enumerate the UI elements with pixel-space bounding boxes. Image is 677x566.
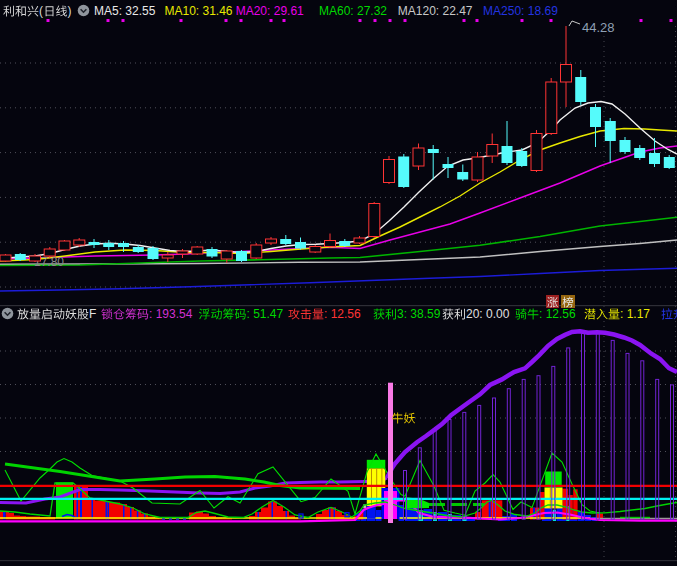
svg-text:MA120: 22.47: MA120: 22.47 bbox=[398, 4, 473, 18]
svg-text:(: ( bbox=[39, 4, 43, 18]
svg-text:: 51.47: : 51.47 bbox=[247, 307, 284, 321]
svg-text:3: 38.59: 3: 38.59 bbox=[397, 307, 441, 321]
svg-text:): ) bbox=[68, 4, 72, 18]
svg-text:MA10: 31.46: MA10: 31.46 bbox=[165, 4, 233, 18]
svg-text:MA5: 32.55: MA5: 32.55 bbox=[94, 4, 156, 18]
svg-text:F: F bbox=[89, 307, 96, 321]
svg-text:20: 0.00: 20: 0.00 bbox=[466, 307, 510, 321]
svg-text:: 1.17: : 1.17 bbox=[620, 307, 650, 321]
svg-text:MA250: 18.69: MA250: 18.69 bbox=[483, 4, 558, 18]
svg-text:44.28: 44.28 bbox=[582, 20, 615, 35]
svg-text:: 12.56: : 12.56 bbox=[539, 307, 576, 321]
svg-text:: 12.56: : 12.56 bbox=[324, 307, 361, 321]
svg-text:MA20: 29.61: MA20: 29.61 bbox=[236, 4, 304, 18]
svg-text:: 193.54: : 193.54 bbox=[149, 307, 193, 321]
svg-text:MA60: 27.32: MA60: 27.32 bbox=[319, 4, 387, 18]
